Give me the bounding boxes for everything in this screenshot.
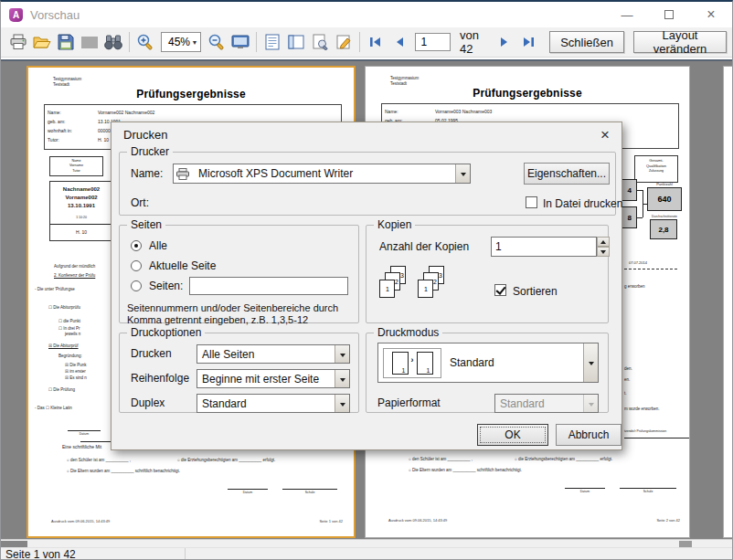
notify-line: ○ Die Eltern wurden am __________ schrif… xyxy=(67,469,180,474)
zoom-out-icon[interactable] xyxy=(205,30,228,54)
collate-label: Sortieren xyxy=(513,285,558,298)
zoom-level-value: 45% xyxy=(168,36,190,48)
printer-name-label: Name: xyxy=(131,167,163,180)
printer-name-value: Microsoft XPS Document Writer xyxy=(194,167,455,180)
app-logo-icon: A xyxy=(9,8,23,22)
dialog-close-icon[interactable]: × xyxy=(600,127,610,143)
body-line: - Das ☐ Kleine Latin xyxy=(35,406,72,411)
chevron-down-icon[interactable] xyxy=(583,343,598,382)
body-line: - Die unter 'Prüfungse xyxy=(35,287,75,292)
copies-count-stepper[interactable] xyxy=(597,237,610,257)
next-page-icon[interactable] xyxy=(493,30,516,54)
chevron-down-icon[interactable] xyxy=(335,345,349,363)
signature-line xyxy=(620,488,676,489)
print-what-select[interactable]: Alle Seiten xyxy=(197,344,350,364)
minimize-icon[interactable]: — xyxy=(606,2,648,27)
page-footer-left: Ausdruck vom 09.06.2015, 14:43:49 xyxy=(388,518,447,523)
collate-icon: 3 2 1 3 2 1 xyxy=(379,266,452,321)
titlebar: A Vorschau — × xyxy=(1,2,732,27)
properties-button[interactable]: Eigenschaften... xyxy=(524,163,610,185)
last-page-icon[interactable] xyxy=(516,30,540,54)
page-layout-icon[interactable] xyxy=(284,30,308,54)
close-icon[interactable]: × xyxy=(690,2,732,27)
copies-group-label: Kopien xyxy=(374,218,415,231)
info-label: Name: xyxy=(385,109,398,114)
zoom-level-select[interactable]: 45% ▼ xyxy=(161,32,201,52)
window-title: Vorschau xyxy=(30,8,80,22)
print-dialog: Drucken × Drucker Name: Microsoft XPS Do… xyxy=(111,122,622,450)
toolbar: 45% ▼ 1 von 42 xyxy=(1,27,732,58)
chevron-down-icon[interactable] xyxy=(335,395,349,412)
school-city: Teststadt xyxy=(390,81,407,87)
signature-line xyxy=(282,489,337,490)
text-fragment: den. xyxy=(624,366,632,372)
pages-group-label: Seiten xyxy=(127,218,165,231)
full-page-view-icon[interactable] xyxy=(228,30,252,54)
maximize-icon[interactable] xyxy=(648,2,690,27)
duplex-select[interactable]: Standard xyxy=(197,394,350,413)
previous-page-icon[interactable] xyxy=(388,30,411,54)
datum-label: Datum xyxy=(68,432,101,436)
pages-current-label: Aktuelle Seite xyxy=(149,259,216,272)
page-properties-icon[interactable] xyxy=(308,30,332,54)
report-view-icon[interactable] xyxy=(260,30,284,54)
copies-count-input[interactable]: 1 xyxy=(491,237,597,257)
preview-page-3[interactable] xyxy=(723,66,733,538)
pages-group: Seiten Alle Aktuelle Seite Seiten: Seite… xyxy=(119,225,359,323)
signature-line xyxy=(624,438,689,438)
print-order-select[interactable]: Beginne mit erster Seite xyxy=(197,369,350,388)
collate-checkbox[interactable] xyxy=(494,284,506,296)
chevron-down-icon[interactable] xyxy=(335,370,349,387)
pages-range-input[interactable] xyxy=(189,277,348,295)
info-label: Tutor: xyxy=(48,137,59,143)
print-options-group-label: Druckoptionen xyxy=(127,326,205,339)
spin-up-icon[interactable] xyxy=(597,237,610,247)
body-line: ☒ im erster xyxy=(65,369,86,375)
cancel-button[interactable]: Abbruch xyxy=(556,424,621,446)
page-footer-right: Seite 1 von 42 xyxy=(319,519,343,523)
pages-all-radio[interactable] xyxy=(131,240,142,251)
print-to-file-checkbox[interactable] xyxy=(526,196,537,208)
body-line: ☒ Die Abiturprüf xyxy=(48,343,79,349)
ok-button[interactable]: OK xyxy=(477,424,548,446)
edit-icon[interactable] xyxy=(332,30,356,54)
change-layout-button[interactable]: Layout verändern xyxy=(633,31,727,53)
body-line: ☐ In drei Pr xyxy=(58,326,80,332)
open-file-icon[interactable] xyxy=(30,30,54,54)
pages-hint-line1: Seitennummern und/oder Seitenbereiche du… xyxy=(127,302,338,313)
scrollbar-thumb[interactable] xyxy=(1,541,27,547)
info-label: Name: xyxy=(48,110,61,115)
signature-line xyxy=(228,489,268,490)
zoom-in-icon[interactable] xyxy=(133,30,157,54)
close-preview-button[interactable]: Schließen xyxy=(549,31,624,53)
toolbar-separator xyxy=(359,32,360,52)
text-fragment: m wurde erworben. xyxy=(624,407,660,412)
print-mode-select[interactable]: 1 › 1 Standard xyxy=(377,343,599,383)
save-icon[interactable] xyxy=(54,30,78,54)
app-window: A Vorschau — × 45% ▼ xyxy=(0,0,733,560)
print-mode-group-label: Druckmodus xyxy=(374,326,442,339)
search-icon[interactable] xyxy=(101,30,125,54)
printer-select[interactable]: Microsoft XPS Document Writer xyxy=(173,164,471,184)
chevron-down-icon[interactable] xyxy=(455,164,470,183)
pages-current-radio[interactable] xyxy=(131,260,142,271)
printer-location-label: Ort: xyxy=(131,196,149,209)
first-page-icon[interactable] xyxy=(364,30,388,54)
document-title: Prüfungsergebnisse xyxy=(28,88,354,100)
toolbar-separator xyxy=(256,32,257,52)
total-qualification-box: Gesamt- Qualifikation Zulassung xyxy=(634,155,678,183)
duplex-label: Duplex xyxy=(131,396,165,409)
page-number-input[interactable]: 1 xyxy=(415,33,451,51)
signature-label: Schule xyxy=(620,490,676,493)
average-label: Durchschnittsnote xyxy=(641,215,688,218)
school-name: Testgymnasium xyxy=(53,77,81,82)
scrollbar-block xyxy=(679,541,692,547)
copies-group: Kopien Anzahl der Kopien 1 3 2 1 3 2 1 xyxy=(366,225,609,323)
status-page-panel: Seite 1 von 42 xyxy=(1,548,186,560)
spin-down-icon[interactable] xyxy=(597,247,610,257)
horizontal-scrollbar[interactable] xyxy=(1,539,732,547)
paper-format-label: Papierformat xyxy=(377,396,441,409)
pages-range-radio[interactable] xyxy=(131,280,142,291)
school-city: Teststadt xyxy=(53,82,69,88)
print-icon[interactable] xyxy=(6,30,30,54)
